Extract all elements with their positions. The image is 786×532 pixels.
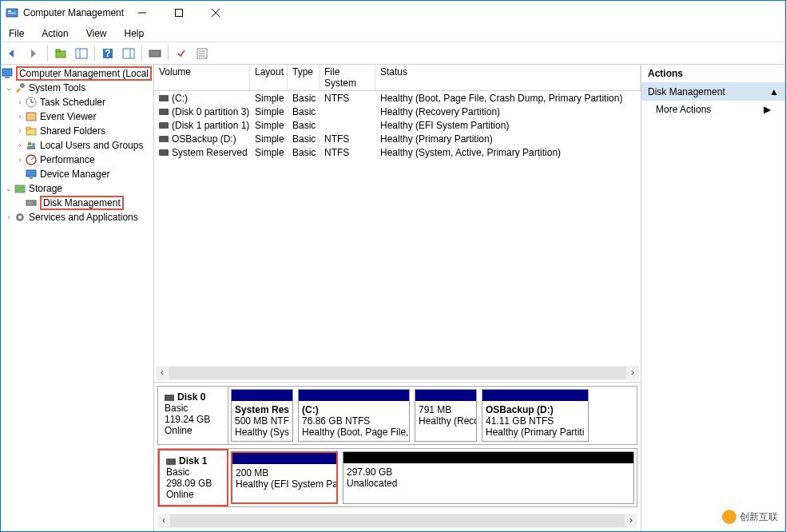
disk-label[interactable]: Disk 1Basic298.09 GBOnline [158,449,228,506]
svg-rect-9 [76,49,87,58]
watermark-logo-icon [722,510,736,524]
disk-label[interactable]: Disk 0Basic119.24 GBOnline [158,387,228,444]
actions-section[interactable]: Disk Management ▲ [641,83,785,101]
collapse-icon[interactable]: ▲ [769,86,779,97]
svg-rect-13 [123,49,134,58]
show-hide-action-pane-button[interactable] [119,44,138,63]
svg-text:?: ? [105,48,110,59]
partition-header-bar [482,390,588,401]
horizontal-scrollbar[interactable]: ‹ › [156,366,639,380]
partition[interactable]: (C:)76.86 GB NTFSHealthy (Boot, Page Fil… [298,389,410,442]
partition[interactable]: OSBackup (D:)41.11 GB NTFSHealthy (Prima… [482,389,589,442]
expand-icon[interactable]: › [15,141,25,149]
partition[interactable]: System Res500 MB NTFHealthy (Sys [231,389,293,442]
back-button[interactable] [4,44,23,63]
tree-task-scheduler[interactable]: ›Task Scheduler [1,95,153,109]
disk-row: Disk 0Basic119.24 GBOnlineSystem Res500 … [157,386,637,445]
disk-row: Disk 1Basic298.09 GBOnline200 MBHealthy … [157,448,637,507]
tree-root[interactable]: Computer Management (Local [1,66,153,81]
col-volume[interactable]: Volume [154,65,250,90]
menu-help[interactable]: Help [121,26,148,41]
up-button[interactable] [51,44,70,63]
scroll-track[interactable] [169,367,626,379]
show-hide-console-tree-button[interactable] [72,44,91,63]
title-bar: Computer Management [1,1,785,25]
tree-system-tools[interactable]: ⌄System Tools [1,81,153,95]
col-filesystem[interactable]: File System [320,65,375,90]
close-button[interactable] [197,1,234,25]
disk-graphical-view: Disk 0Basic119.24 GBOnlineSystem Res500 … [154,382,641,514]
volume-icon [159,136,169,142]
svg-rect-35 [30,177,33,179]
partition[interactable]: 791 MBHealthy (Reco [415,389,477,442]
scroll-left-icon[interactable]: ‹ [157,514,170,527]
scroll-right-icon[interactable]: › [625,514,637,527]
scroll-left-icon[interactable]: ‹ [156,367,169,379]
tree-shared-folders[interactable]: ›Shared Folders [1,124,153,138]
expand-icon[interactable]: › [4,213,14,221]
console-tree[interactable]: Computer Management (Local ⌄System Tools… [1,65,154,531]
svg-rect-31 [27,146,35,149]
partition-header-bar [232,453,336,464]
expand-icon[interactable]: › [15,127,25,135]
horizontal-scrollbar[interactable]: ‹ › [157,514,637,528]
highlight-box: Computer Management (Local [16,66,152,81]
collapse-icon[interactable]: ⌄ [4,84,14,92]
list-header: Volume Layout Type File System Status [154,65,641,91]
collapse-icon[interactable]: ⌄ [4,185,14,193]
partition[interactable]: 200 MBHealthy (EFI System Part [231,451,338,504]
volume-row[interactable]: (Disk 1 partition 1)SimpleBasicHealthy (… [154,118,641,132]
expand-icon[interactable]: › [15,156,25,164]
volume-row[interactable]: OSBackup (D:)SimpleBasicNTFSHealthy (Pri… [154,132,641,145]
device-manager-icon [25,168,38,181]
volume-row[interactable]: (C:)SimpleBasicNTFSHealthy (Boot, Page F… [154,91,641,105]
tree-performance[interactable]: ›Performance [1,153,153,167]
expand-icon[interactable]: › [15,98,25,106]
tree-local-users[interactable]: ›Local Users and Groups [1,138,153,153]
actions-header: Actions [641,65,785,83]
app-icon [6,6,18,19]
svg-rect-38 [26,200,36,205]
tree-disk-management[interactable]: Disk Management [1,196,153,210]
scroll-right-icon[interactable]: › [626,367,639,379]
volume-icon [159,95,169,101]
settings-check-icon[interactable] [172,44,191,63]
partition[interactable]: 297.90 GBUnallocated [343,451,634,504]
volume-view-button[interactable] [145,44,165,63]
actions-more[interactable]: More Actions ▶ [641,101,785,118]
forward-button[interactable] [25,44,44,63]
tools-icon [14,81,26,94]
maximize-button[interactable] [161,1,197,25]
svg-point-22 [20,83,25,88]
minimize-button[interactable] [124,1,161,25]
properties-icon[interactable] [193,44,212,63]
expand-icon[interactable]: › [15,113,25,121]
tree-storage[interactable]: ⌄Storage [1,181,153,196]
svg-rect-34 [26,170,36,177]
help-button[interactable]: ? [98,44,117,63]
svg-rect-37 [15,189,25,193]
svg-point-30 [32,143,35,146]
col-status[interactable]: Status [375,65,641,90]
svg-line-33 [31,157,34,160]
volume-icon [159,122,169,129]
volume-row[interactable]: System ReservedSimpleBasicNTFSHealthy (S… [154,145,641,159]
menu-view[interactable]: View [83,26,110,41]
svg-rect-8 [56,50,60,52]
tree-event-viewer[interactable]: ›Event Viewer [1,109,153,124]
scroll-track[interactable] [170,514,625,527]
tree-services-apps[interactable]: ›Services and Applications [1,210,153,224]
volume-list[interactable]: Volume Layout Type File System Status (C… [154,65,641,382]
tree-device-manager[interactable]: Device Manager [1,167,153,181]
volume-row[interactable]: (Disk 0 partition 3)SimpleBasicHealthy (… [154,105,641,118]
volume-icon [159,109,169,115]
col-type[interactable]: Type [288,65,320,90]
col-layout[interactable]: Layout [250,65,288,90]
svg-rect-1 [8,10,11,12]
users-icon [25,139,38,152]
menu-file[interactable]: File [6,26,27,41]
event-viewer-icon [25,110,38,123]
menu-action[interactable]: Action [38,26,71,41]
services-icon [14,211,26,224]
svg-rect-4 [176,10,183,17]
